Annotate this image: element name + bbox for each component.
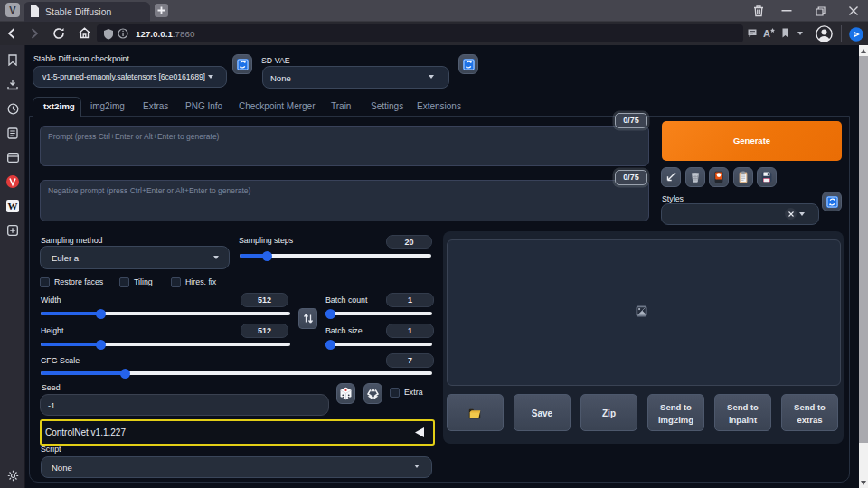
- svg-text:A: A: [763, 28, 770, 39]
- svg-text:W: W: [8, 201, 18, 211]
